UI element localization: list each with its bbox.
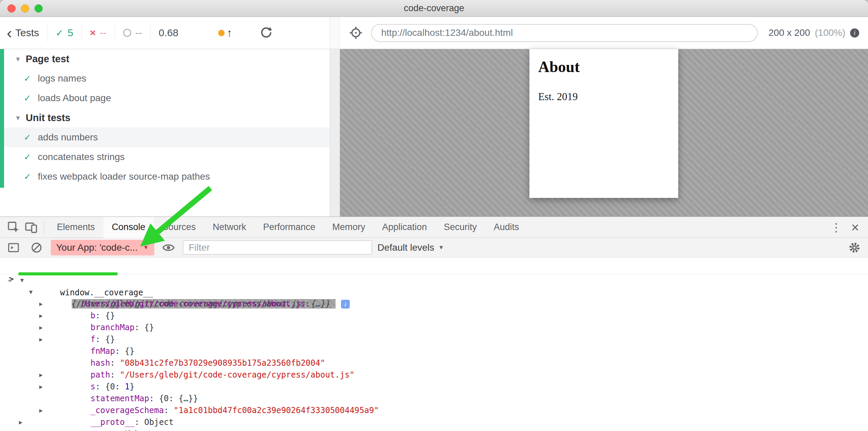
aut-preview: About Est. 2019 xyxy=(340,49,868,217)
console-toolbar: Your App: 'code-c... ▼ Default levels ▼ xyxy=(0,238,868,257)
tab-memory[interactable]: Memory xyxy=(324,217,374,238)
group-label: Unit tests xyxy=(26,112,70,123)
property-value: Object xyxy=(123,429,153,431)
autoscroll-toggle[interactable]: ↑ xyxy=(218,27,232,38)
viewport-scale: (100%) xyxy=(815,27,845,38)
console-property-row[interactable]: ▶s{0: 1} xyxy=(0,369,868,381)
test-group-unit-tests[interactable]: ▾ Unit tests xyxy=(4,108,330,128)
test-group-page-test[interactable]: ▾ Page test xyxy=(4,49,330,69)
tab-security[interactable]: Security xyxy=(435,217,485,238)
failed-count: -- xyxy=(100,27,107,39)
gear-icon xyxy=(848,241,861,254)
url-input[interactable] xyxy=(372,25,757,41)
aut-heading: About xyxy=(538,58,669,76)
caret-right-icon[interactable]: ▶ xyxy=(39,369,43,381)
tab-network[interactable]: Network xyxy=(204,217,255,238)
divider xyxy=(44,221,44,234)
refresh-button[interactable] xyxy=(260,26,273,39)
context-label: Your App: 'code-c... xyxy=(56,242,138,253)
caret-right-icon[interactable]: ▶ xyxy=(39,298,43,310)
collapse-caret-icon[interactable]: ▾ xyxy=(16,55,20,63)
console-property-row[interactable]: ▶statementMap{0: {…}} xyxy=(0,381,868,393)
devtools-close-button[interactable]: × xyxy=(847,221,863,234)
execution-context-selector[interactable]: Your App: 'code-c... ▼ xyxy=(51,240,154,255)
tab-elements[interactable]: Elements xyxy=(48,217,104,238)
console-property-row[interactable]: _coverageSchema"1a1c01bbd47fc00a2c39e902… xyxy=(0,393,868,405)
cross-icon: × xyxy=(90,27,96,39)
chevron-down-icon: ▼ xyxy=(143,244,149,251)
tests-button-label: Tests xyxy=(15,27,39,39)
inspect-icon xyxy=(7,221,20,234)
test-row[interactable]: ✓ loads About page xyxy=(4,88,330,108)
console-property-row[interactable]: ▶branchMap{} xyxy=(0,310,868,322)
test-row[interactable]: ✓ fixes webpack loader source-map pathes xyxy=(4,167,330,186)
tab-application[interactable]: Application xyxy=(374,217,435,238)
close-window-button[interactable] xyxy=(7,4,16,13)
app-window: code-coverage ‹ Tests ✓ 5 × -- -- xyxy=(0,0,868,431)
console-property-row[interactable]: hash"08b431c2fe7b37029e908935b175a23560f… xyxy=(0,345,868,357)
divider xyxy=(115,24,115,42)
console-property-row[interactable]: path"/Users/gleb/git/code-coverage/cypre… xyxy=(0,357,868,369)
tab-console[interactable]: Console xyxy=(104,217,154,238)
viewport-info-icon[interactable]: i xyxy=(850,28,859,38)
traffic-lights xyxy=(7,4,43,13)
clear-console-button[interactable] xyxy=(28,239,45,256)
aut-page: About Est. 2019 xyxy=(529,49,678,198)
back-to-tests-button[interactable]: ‹ Tests xyxy=(7,27,39,39)
console-property-row[interactable]: ▶f{} xyxy=(0,322,868,334)
test-row-highlighted[interactable]: ✓ adds numbers xyxy=(4,128,330,147)
console-sidebar-icon xyxy=(7,241,20,254)
console-property-row[interactable]: ▶__proto__Object xyxy=(0,405,868,416)
log-levels-dropdown[interactable]: Default levels ▼ xyxy=(378,242,444,253)
live-expression-button[interactable] xyxy=(160,239,177,256)
inspect-element-button[interactable] xyxy=(5,219,22,236)
cypress-header: ‹ Tests ✓ 5 × -- -- 0.68 ↑ xyxy=(0,17,868,49)
devtools-tabbar: Elements Console Sources Network Perform… xyxy=(0,217,868,238)
devtools-menu-button[interactable]: ⋮ xyxy=(828,221,844,234)
devtools-panel: Elements Console Sources Network Perform… xyxy=(0,217,868,431)
panel-divider[interactable] xyxy=(330,49,340,217)
console-property-row[interactable]: ▶b{} xyxy=(0,298,868,310)
tab-sources[interactable]: Sources xyxy=(154,217,204,238)
collapse-caret-icon[interactable]: ▾ xyxy=(16,114,20,122)
toggle-device-toolbar-button[interactable] xyxy=(22,219,40,236)
caret-right-icon[interactable]: ▶ xyxy=(39,334,43,345)
caret-down-icon[interactable]: ▼ xyxy=(29,286,32,298)
caret-right-icon[interactable]: ▶ xyxy=(39,381,43,393)
divider xyxy=(150,24,151,42)
console-result-row[interactable]: ◀ ▼{/Users/gleb/git/code-coverage/cypres… xyxy=(0,274,868,286)
tab-performance[interactable]: Performance xyxy=(255,217,324,238)
test-row[interactable]: ✓ concatenates strings xyxy=(4,147,330,167)
caret-right-icon[interactable]: ▶ xyxy=(39,310,43,322)
back-chevron-icon: ‹ xyxy=(7,28,12,38)
console-settings-button[interactable] xyxy=(846,239,863,256)
test-row[interactable]: ✓ logs names xyxy=(4,69,330,88)
pass-indicator-strip xyxy=(0,49,4,188)
caret-right-icon[interactable]: ▶ xyxy=(19,416,22,428)
test-name: logs names xyxy=(38,73,86,84)
panel-divider[interactable] xyxy=(330,17,340,49)
clear-console-icon xyxy=(30,241,43,254)
console-proto-row[interactable]: ▶__proto__Object xyxy=(0,416,868,428)
selector-playground-button[interactable] xyxy=(349,26,363,40)
filter-input[interactable] xyxy=(183,241,371,254)
console-output: > window.__coverage__ ◀ ▼{/Users/gleb/gi… xyxy=(0,257,868,431)
group-label: Page test xyxy=(26,53,69,65)
minimize-window-button[interactable] xyxy=(21,4,29,13)
caret-right-icon[interactable]: ▶ xyxy=(39,405,43,416)
caret-right-icon[interactable]: ▶ xyxy=(39,322,43,334)
caret-down-icon[interactable]: ▼ xyxy=(20,274,24,286)
tab-audits[interactable]: Audits xyxy=(485,217,527,238)
passed-stat: ✓ 5 xyxy=(55,27,73,39)
test-name: loads About page xyxy=(38,93,111,104)
zoom-window-button[interactable] xyxy=(35,4,43,13)
main-split: ▾ Page test ✓ logs names ✓ loads About p… xyxy=(0,49,868,217)
refresh-icon xyxy=(260,26,273,39)
property-key: __proto__ xyxy=(70,429,123,431)
console-property-row[interactable]: ▶fnMap{} xyxy=(0,334,868,345)
console-command-row[interactable]: > window.__coverage__ xyxy=(0,259,868,274)
console-sidebar-button[interactable] xyxy=(5,239,22,256)
console-object-key-row[interactable]: ▼/Users/gleb/git/code-coverage/cypress/a… xyxy=(0,286,868,298)
pending-count: -- xyxy=(135,27,142,39)
window-title: code-coverage xyxy=(404,3,464,14)
